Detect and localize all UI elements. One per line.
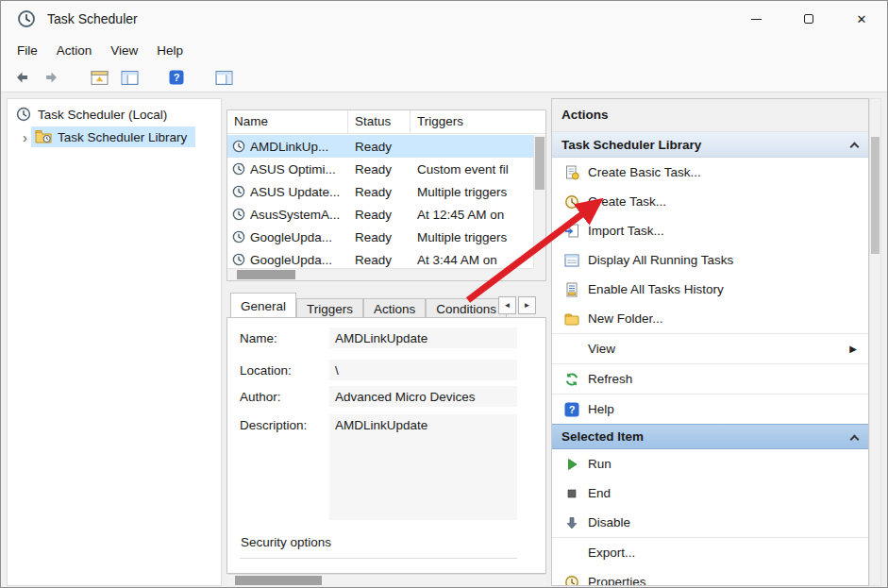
tab-scroll-right-button[interactable]: ► [518, 296, 536, 314]
actions-pane-title: Actions [552, 99, 868, 132]
close-button[interactable]: ✕ [835, 0, 888, 38]
tab-triggers[interactable]: Triggers [296, 298, 363, 318]
column-header-name[interactable]: Name [227, 110, 348, 133]
field-label-description: Description: [240, 414, 329, 520]
task-list-body: AMDLinkUp... Ready ASUS Optimi... Ready … [227, 135, 533, 268]
tree-root-label: Task Scheduler (Local) [38, 108, 167, 122]
field-label-author: Author: [240, 386, 329, 407]
close-icon: ✕ [857, 12, 867, 26]
action-import-task[interactable]: Import Task... [552, 216, 868, 245]
chevron-up-icon [849, 434, 859, 444]
menu-file[interactable]: File [8, 41, 47, 60]
forward-button[interactable] [42, 67, 62, 88]
collapse-section-button[interactable] [846, 136, 863, 153]
task-list-horizontal-scrollbar[interactable] [227, 268, 533, 280]
action-create-basic-task[interactable]: Create Basic Task... [552, 158, 868, 187]
action-refresh[interactable]: Refresh [552, 364, 868, 394]
disable-icon [564, 515, 579, 530]
section-header-task-scheduler-library[interactable]: Task Scheduler Library [552, 132, 868, 158]
tree-item-task-scheduler-local[interactable]: Task Scheduler (Local) [8, 103, 221, 126]
task-clock-icon [232, 140, 245, 153]
task-row[interactable]: ASUS Optimi... Ready Custom event fil [227, 158, 533, 180]
show-console-window-button[interactable] [89, 67, 109, 88]
title-bar[interactable]: Task Scheduler ✕ [0, 0, 888, 38]
refresh-icon [564, 372, 579, 387]
actions-pane-vertical-scrollbar[interactable] [869, 98, 881, 586]
menu-action[interactable]: Action [47, 41, 102, 60]
minimize-button[interactable] [729, 0, 782, 38]
scrollbar-thumb[interactable] [871, 137, 880, 254]
main-content: Task Scheduler (Local) › Task Scheduler … [0, 92, 888, 588]
back-arrow-icon [14, 70, 29, 85]
window-title: Task Scheduler [47, 11, 138, 26]
create-task-icon [564, 194, 579, 210]
action-view[interactable]: View ▶ [552, 334, 868, 363]
task-clock-icon [232, 162, 245, 176]
action-enable-all-tasks-history[interactable]: Enable All Tasks History [552, 275, 868, 304]
actions-pane: Actions Task Scheduler Library Create Ba… [551, 98, 869, 586]
back-button[interactable] [11, 67, 32, 88]
console-tree-pane: Task Scheduler (Local) › Task Scheduler … [7, 98, 222, 586]
collapse-section-button[interactable] [846, 428, 863, 445]
column-header-status[interactable]: Status [348, 110, 410, 133]
general-tab-page: Name: AMDLinkUpdate Location: \ Author: … [226, 317, 546, 574]
action-disable[interactable]: Disable [552, 508, 868, 537]
task-details-pane: General Triggers Actions Conditions ◄ ► … [226, 287, 546, 586]
menu-help[interactable]: Help [147, 41, 193, 60]
toolbar [0, 63, 888, 92]
task-row[interactable]: AMDLinkUp... Ready [227, 135, 533, 158]
properties-icon [564, 575, 579, 587]
action-run[interactable]: Run [552, 449, 868, 479]
action-display-all-running-tasks[interactable]: Display All Running Tasks [552, 245, 868, 275]
end-icon [564, 486, 579, 501]
action-export[interactable]: Export... [552, 538, 868, 567]
show-action-pane-button[interactable] [213, 67, 234, 88]
field-label-location: Location: [240, 360, 329, 380]
console-window-icon [91, 70, 109, 86]
action-help[interactable]: Help [552, 395, 868, 424]
console-tree-panel-icon [121, 70, 139, 86]
action-new-folder[interactable]: New Folder... [552, 304, 868, 333]
column-header-triggers[interactable]: Triggers [410, 110, 545, 133]
action-properties[interactable]: Properties [552, 567, 868, 586]
tab-scroll-left-button[interactable]: ◄ [498, 296, 516, 314]
menu-bar: File Action View Help [0, 38, 888, 63]
action-end[interactable]: End [552, 479, 868, 508]
task-row[interactable]: GoogleUpda... Ready At 3:44 AM on [227, 248, 533, 268]
section-header-selected-item[interactable]: Selected Item [552, 424, 868, 449]
run-icon [564, 457, 579, 472]
minimize-icon [751, 19, 762, 20]
task-clock-icon [232, 185, 245, 198]
task-clock-icon [232, 253, 245, 266]
clock-icon [16, 107, 31, 122]
action-create-task[interactable]: Create Task... [552, 187, 868, 216]
maximize-button[interactable] [782, 0, 835, 38]
tab-actions[interactable]: Actions [363, 298, 426, 318]
details-horizontal-scrollbar[interactable] [227, 574, 545, 586]
running-tasks-icon [564, 253, 579, 268]
scrollbar-thumb[interactable] [535, 137, 545, 190]
submenu-arrow-icon: ▶ [849, 344, 857, 354]
task-row[interactable]: ASUS Update... Ready Multiple triggers [227, 180, 533, 203]
security-options-groupline [240, 558, 517, 559]
menu-view[interactable]: View [101, 41, 147, 60]
scrollbar-thumb[interactable] [235, 576, 322, 585]
create-basic-task-icon [564, 165, 579, 180]
import-task-icon [564, 224, 579, 239]
show-console-tree-button[interactable] [119, 67, 140, 88]
task-row[interactable]: GoogleUpda... Ready Multiple triggers [227, 226, 533, 248]
help-toolbar-button[interactable] [166, 67, 187, 88]
field-value-name: AMDLinkUpdate [329, 328, 517, 348]
expander-chevron-icon[interactable]: › [19, 130, 31, 144]
forward-arrow-icon [44, 70, 59, 85]
task-row[interactable]: AsusSystemA... Ready At 12:45 AM on [227, 203, 533, 226]
scrollbar-corner [533, 268, 545, 280]
tree-item-task-scheduler-library[interactable]: › Task Scheduler Library [19, 126, 221, 147]
tab-general[interactable]: General [230, 293, 296, 318]
task-list-vertical-scrollbar[interactable] [533, 135, 545, 268]
help-icon [564, 402, 579, 417]
tab-conditions[interactable]: Conditions [426, 298, 507, 318]
task-list: Name Status Triggers AMDLinkUp... Ready … [226, 109, 546, 281]
task-list-header: Name Status Triggers [227, 110, 545, 134]
scrollbar-thumb[interactable] [237, 270, 295, 279]
